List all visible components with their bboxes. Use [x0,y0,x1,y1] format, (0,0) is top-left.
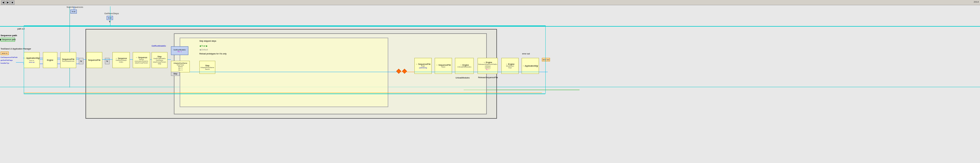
main-wire-top [0,26,980,27]
error-out-terminal[interactable]: error out [542,58,550,62]
sequence-path-outer-label: Sequence path [1,34,17,37]
skip-skipped-label: Skip skipped steps [199,40,216,42]
get-set-flags-label: getSetFileFlags [1,59,13,61]
toolbar-stop-button[interactable]: ■ [10,1,14,5]
wire-seq3-step [150,59,151,60]
wire-right-outer [545,25,546,93]
wire-v-getnumsteps [110,6,110,26]
get-num-steps-node[interactable]: N:32 [107,16,113,20]
page-number: 2014 [974,1,979,3]
wire-v-numseq [74,6,74,9]
wire-seq2-gns [102,59,113,60]
release-seq-file-label: ReleaseSequenceFile [478,76,498,78]
sequence-path-node[interactable]: ▶ Sequence path [1,38,15,42]
toolbar-back-button[interactable]: ◀ [1,1,5,5]
main-canvas: ◀ ▶ ■ 2014 NumSequences N:32 GetNumSteps… [0,0,980,163]
reload-proto-label: Reload prototypes for VIs only [199,53,227,55]
wire-gns-seq3 [130,59,133,60]
seq-file-path-label: GetSequenceFilePath [1,57,18,58]
wire-error-bottom [24,93,542,93]
release-seq-file-block[interactable]: → Engine ReleaseSequenceFileEx release o… [477,58,498,74]
engine-unload-block[interactable]: → Engine UnloadAllModules [455,58,474,74]
get-run-mode-label: GetRunModeEx [151,45,166,47]
unload-modules-label: UnloadModules [455,77,470,79]
application-mgr-block[interactable]: → ApplicationMgr error in error out [24,52,40,68]
sequence-file-block2[interactable]: SequenceFile [86,52,102,68]
wire-bottom-outer [24,93,545,94]
shutdown-block[interactable]: → Engine ShutDown final [501,58,519,74]
num-sequences-node[interactable]: N:32 [70,9,77,14]
connector-block1[interactable]: N [79,58,83,64]
sequence-block2[interactable]: → Sequence Name executionParams stepGrou… [133,52,150,68]
error-in-node[interactable]: error in [1,52,9,55]
adapt-key-block[interactable]: AdaptarKeyName StepType Name Ry: 1 Rs: 1 [171,61,190,72]
get-run-mode-ex-block[interactable]: GetRunModeEx Ry: 1 [171,46,188,55]
wire-left-outer [24,25,24,93]
default-label: ◀ Default [199,49,208,51]
wire-seq-conn1 [76,59,79,60]
wire-through-case [190,72,397,72]
step-block1[interactable]: Step GetRunModeEx GetSteps stepGroupPara… [151,52,167,68]
wire-step-grm [167,59,171,60]
handler-type-label: handlerTyp [1,62,9,64]
get-num-steps-block[interactable]: → Sequence GetNumSteps index [113,52,130,68]
wire-left-app [16,62,24,63]
error-out-label: error out [522,53,530,55]
get-num-steps-label: GetNumSteps [104,12,119,15]
wire-case-right [397,72,414,72]
engine-block[interactable]: Engine [43,52,57,68]
wire-top-outer [24,25,545,26]
wire-right-main [414,72,522,72]
down-arrow: ▼ [108,20,111,23]
seq-file-save-block[interactable]: → SequenceFile Path pathString [414,58,432,74]
wire-v1 [70,6,70,87]
teststand-label: TestStand UI Application Manager [1,48,31,50]
wire-eng-seq [57,59,60,60]
wire-conn-seq2 [83,59,86,60]
seq-file-save-block2[interactable]: → SequenceFile Save [435,58,452,74]
wire-final [522,72,548,72]
sequence-file-block1[interactable]: SequenceFile NumSequences [60,52,76,68]
toolbar: ◀ ▶ ■ [0,0,980,5]
wire-app-eng [40,59,43,60]
connector-block2[interactable]: N [105,58,110,64]
app-mgr-final-block[interactable]: → ApplicationMgr [522,58,539,74]
toolbar-forward-button[interactable]: ▶ [6,1,10,5]
skip-block[interactable]: Skip [171,72,180,76]
num-sequences-label: NumSequences [67,6,83,8]
true-label: ◀ True ▶ [199,45,207,47]
